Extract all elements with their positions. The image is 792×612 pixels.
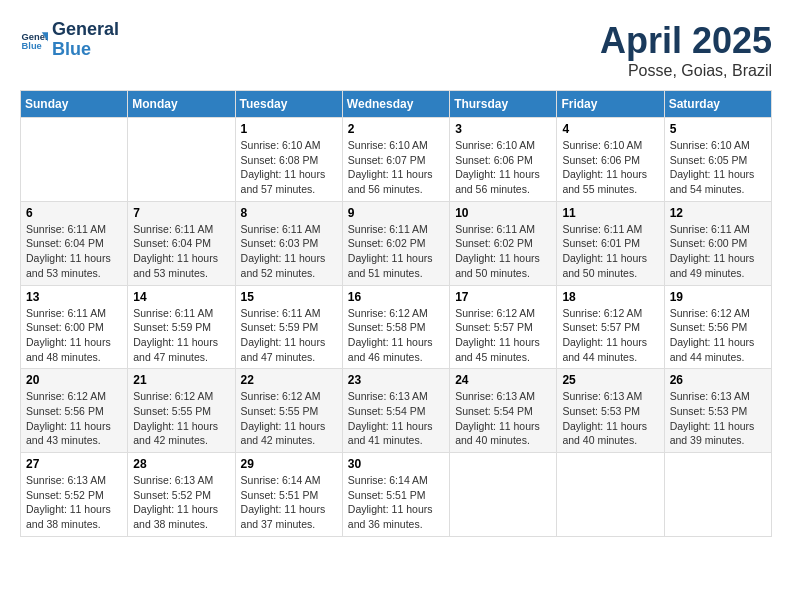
day-cell bbox=[450, 453, 557, 537]
day-number: 13 bbox=[26, 290, 122, 304]
day-info: Sunrise: 6:13 AMSunset: 5:54 PMDaylight:… bbox=[348, 389, 444, 448]
day-info: Sunrise: 6:10 AMSunset: 6:08 PMDaylight:… bbox=[241, 138, 337, 197]
logo-text: General Blue bbox=[52, 20, 119, 60]
day-cell: 2Sunrise: 6:10 AMSunset: 6:07 PMDaylight… bbox=[342, 118, 449, 202]
day-cell bbox=[128, 118, 235, 202]
header-cell-friday: Friday bbox=[557, 91, 664, 118]
logo-icon: General Blue bbox=[20, 26, 48, 54]
day-info: Sunrise: 6:10 AMSunset: 6:07 PMDaylight:… bbox=[348, 138, 444, 197]
day-cell: 19Sunrise: 6:12 AMSunset: 5:56 PMDayligh… bbox=[664, 285, 771, 369]
day-info: Sunrise: 6:11 AMSunset: 6:04 PMDaylight:… bbox=[26, 222, 122, 281]
day-info: Sunrise: 6:13 AMSunset: 5:53 PMDaylight:… bbox=[562, 389, 658, 448]
day-info: Sunrise: 6:10 AMSunset: 6:05 PMDaylight:… bbox=[670, 138, 766, 197]
day-cell: 17Sunrise: 6:12 AMSunset: 5:57 PMDayligh… bbox=[450, 285, 557, 369]
day-info: Sunrise: 6:13 AMSunset: 5:53 PMDaylight:… bbox=[670, 389, 766, 448]
day-info: Sunrise: 6:12 AMSunset: 5:55 PMDaylight:… bbox=[133, 389, 229, 448]
header-cell-saturday: Saturday bbox=[664, 91, 771, 118]
day-cell bbox=[664, 453, 771, 537]
header-cell-wednesday: Wednesday bbox=[342, 91, 449, 118]
week-row-4: 20Sunrise: 6:12 AMSunset: 5:56 PMDayligh… bbox=[21, 369, 772, 453]
day-number: 26 bbox=[670, 373, 766, 387]
day-info: Sunrise: 6:12 AMSunset: 5:57 PMDaylight:… bbox=[455, 306, 551, 365]
day-number: 11 bbox=[562, 206, 658, 220]
day-info: Sunrise: 6:14 AMSunset: 5:51 PMDaylight:… bbox=[348, 473, 444, 532]
day-number: 25 bbox=[562, 373, 658, 387]
day-info: Sunrise: 6:11 AMSunset: 6:00 PMDaylight:… bbox=[670, 222, 766, 281]
day-number: 2 bbox=[348, 122, 444, 136]
day-cell: 8Sunrise: 6:11 AMSunset: 6:03 PMDaylight… bbox=[235, 201, 342, 285]
day-cell: 30Sunrise: 6:14 AMSunset: 5:51 PMDayligh… bbox=[342, 453, 449, 537]
day-number: 15 bbox=[241, 290, 337, 304]
calendar-table: SundayMondayTuesdayWednesdayThursdayFrid… bbox=[20, 90, 772, 537]
day-info: Sunrise: 6:10 AMSunset: 6:06 PMDaylight:… bbox=[455, 138, 551, 197]
day-number: 30 bbox=[348, 457, 444, 471]
day-number: 23 bbox=[348, 373, 444, 387]
day-info: Sunrise: 6:11 AMSunset: 6:00 PMDaylight:… bbox=[26, 306, 122, 365]
title-area: April 2025 Posse, Goias, Brazil bbox=[600, 20, 772, 80]
day-number: 5 bbox=[670, 122, 766, 136]
day-info: Sunrise: 6:12 AMSunset: 5:55 PMDaylight:… bbox=[241, 389, 337, 448]
week-row-5: 27Sunrise: 6:13 AMSunset: 5:52 PMDayligh… bbox=[21, 453, 772, 537]
day-number: 24 bbox=[455, 373, 551, 387]
day-number: 21 bbox=[133, 373, 229, 387]
day-number: 3 bbox=[455, 122, 551, 136]
week-row-3: 13Sunrise: 6:11 AMSunset: 6:00 PMDayligh… bbox=[21, 285, 772, 369]
day-number: 14 bbox=[133, 290, 229, 304]
header: General Blue General Blue April 2025 Pos… bbox=[20, 20, 772, 80]
day-info: Sunrise: 6:12 AMSunset: 5:56 PMDaylight:… bbox=[26, 389, 122, 448]
day-cell: 20Sunrise: 6:12 AMSunset: 5:56 PMDayligh… bbox=[21, 369, 128, 453]
day-cell: 1Sunrise: 6:10 AMSunset: 6:08 PMDaylight… bbox=[235, 118, 342, 202]
day-number: 6 bbox=[26, 206, 122, 220]
day-info: Sunrise: 6:11 AMSunset: 6:03 PMDaylight:… bbox=[241, 222, 337, 281]
day-number: 7 bbox=[133, 206, 229, 220]
day-cell: 14Sunrise: 6:11 AMSunset: 5:59 PMDayligh… bbox=[128, 285, 235, 369]
week-row-1: 1Sunrise: 6:10 AMSunset: 6:08 PMDaylight… bbox=[21, 118, 772, 202]
day-cell: 7Sunrise: 6:11 AMSunset: 6:04 PMDaylight… bbox=[128, 201, 235, 285]
day-cell: 26Sunrise: 6:13 AMSunset: 5:53 PMDayligh… bbox=[664, 369, 771, 453]
day-cell: 9Sunrise: 6:11 AMSunset: 6:02 PMDaylight… bbox=[342, 201, 449, 285]
location-subtitle: Posse, Goias, Brazil bbox=[600, 62, 772, 80]
day-number: 4 bbox=[562, 122, 658, 136]
day-info: Sunrise: 6:11 AMSunset: 6:02 PMDaylight:… bbox=[455, 222, 551, 281]
header-cell-monday: Monday bbox=[128, 91, 235, 118]
logo: General Blue General Blue bbox=[20, 20, 119, 60]
day-number: 18 bbox=[562, 290, 658, 304]
day-number: 22 bbox=[241, 373, 337, 387]
day-cell: 4Sunrise: 6:10 AMSunset: 6:06 PMDaylight… bbox=[557, 118, 664, 202]
day-info: Sunrise: 6:14 AMSunset: 5:51 PMDaylight:… bbox=[241, 473, 337, 532]
header-row: SundayMondayTuesdayWednesdayThursdayFrid… bbox=[21, 91, 772, 118]
day-cell: 10Sunrise: 6:11 AMSunset: 6:02 PMDayligh… bbox=[450, 201, 557, 285]
day-info: Sunrise: 6:12 AMSunset: 5:56 PMDaylight:… bbox=[670, 306, 766, 365]
header-cell-sunday: Sunday bbox=[21, 91, 128, 118]
day-info: Sunrise: 6:13 AMSunset: 5:52 PMDaylight:… bbox=[133, 473, 229, 532]
day-number: 1 bbox=[241, 122, 337, 136]
week-row-2: 6Sunrise: 6:11 AMSunset: 6:04 PMDaylight… bbox=[21, 201, 772, 285]
day-number: 28 bbox=[133, 457, 229, 471]
day-number: 29 bbox=[241, 457, 337, 471]
day-number: 8 bbox=[241, 206, 337, 220]
day-info: Sunrise: 6:13 AMSunset: 5:54 PMDaylight:… bbox=[455, 389, 551, 448]
day-cell: 11Sunrise: 6:11 AMSunset: 6:01 PMDayligh… bbox=[557, 201, 664, 285]
day-info: Sunrise: 6:13 AMSunset: 5:52 PMDaylight:… bbox=[26, 473, 122, 532]
day-number: 19 bbox=[670, 290, 766, 304]
day-cell: 18Sunrise: 6:12 AMSunset: 5:57 PMDayligh… bbox=[557, 285, 664, 369]
day-number: 20 bbox=[26, 373, 122, 387]
header-cell-thursday: Thursday bbox=[450, 91, 557, 118]
day-number: 16 bbox=[348, 290, 444, 304]
day-cell: 22Sunrise: 6:12 AMSunset: 5:55 PMDayligh… bbox=[235, 369, 342, 453]
day-info: Sunrise: 6:11 AMSunset: 6:04 PMDaylight:… bbox=[133, 222, 229, 281]
day-info: Sunrise: 6:12 AMSunset: 5:57 PMDaylight:… bbox=[562, 306, 658, 365]
month-title: April 2025 bbox=[600, 20, 772, 62]
header-cell-tuesday: Tuesday bbox=[235, 91, 342, 118]
day-cell: 15Sunrise: 6:11 AMSunset: 5:59 PMDayligh… bbox=[235, 285, 342, 369]
day-cell: 23Sunrise: 6:13 AMSunset: 5:54 PMDayligh… bbox=[342, 369, 449, 453]
day-cell bbox=[21, 118, 128, 202]
day-cell: 16Sunrise: 6:12 AMSunset: 5:58 PMDayligh… bbox=[342, 285, 449, 369]
day-cell: 12Sunrise: 6:11 AMSunset: 6:00 PMDayligh… bbox=[664, 201, 771, 285]
day-cell: 5Sunrise: 6:10 AMSunset: 6:05 PMDaylight… bbox=[664, 118, 771, 202]
day-cell: 29Sunrise: 6:14 AMSunset: 5:51 PMDayligh… bbox=[235, 453, 342, 537]
day-cell: 25Sunrise: 6:13 AMSunset: 5:53 PMDayligh… bbox=[557, 369, 664, 453]
day-cell: 3Sunrise: 6:10 AMSunset: 6:06 PMDaylight… bbox=[450, 118, 557, 202]
day-info: Sunrise: 6:11 AMSunset: 6:02 PMDaylight:… bbox=[348, 222, 444, 281]
day-number: 12 bbox=[670, 206, 766, 220]
